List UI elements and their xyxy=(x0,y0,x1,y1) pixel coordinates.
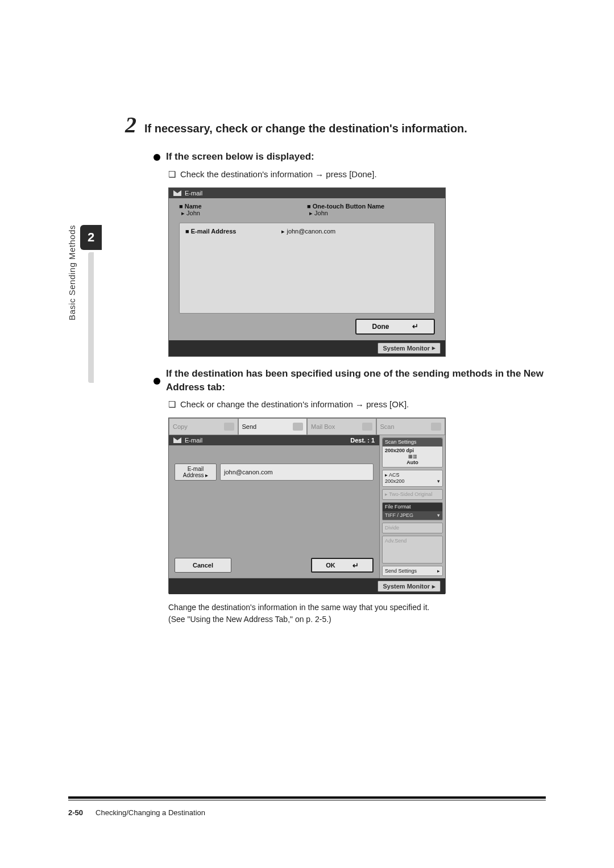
screenshot-send-screen: Copy Send Mail Box Scan E-mail Dest. : 1… xyxy=(168,418,446,594)
scan-settings-sidebar: Scan Settings 200x200 dpi ▦▥ Auto ▸ ACS … xyxy=(379,435,445,578)
divide-button[interactable]: Divide xyxy=(382,523,443,533)
arrow-icon: → xyxy=(355,400,364,410)
bullet-icon xyxy=(154,154,160,161)
adv-send-button[interactable]: Adv.Send xyxy=(382,536,443,563)
scan-settings-box[interactable]: Scan Settings 200x200 dpi ▦▥ Auto xyxy=(382,437,443,468)
file-format-dropdown[interactable]: File Format TIFF / JPEG ▾ xyxy=(382,502,443,521)
email-panel: ■ E-mail Address ▸ john@canon.com xyxy=(179,223,435,314)
mode-icon: ▦▥ xyxy=(385,454,440,460)
case2-instruction: ❏ Check or change the destination's info… xyxy=(168,399,546,410)
ok-label: OK xyxy=(326,562,335,569)
email-address-value: john@canon.com xyxy=(224,469,273,475)
step-text: If necessary, check or change the destin… xyxy=(144,122,467,135)
send-icon xyxy=(293,423,303,431)
footer-rule xyxy=(68,796,546,799)
send-settings-button[interactable]: Send Settings ▸ xyxy=(382,566,443,577)
checkbox-icon: ❏ xyxy=(168,169,176,180)
email-value: john@canon.com xyxy=(287,228,335,235)
email-address-field[interactable]: john@canon.com xyxy=(220,464,374,481)
chapter-label: Basic Sending Methods xyxy=(67,225,77,324)
email-value-prefix: ▸ xyxy=(281,228,285,235)
chevron-icon: ▸ xyxy=(432,583,435,590)
top-tabs: Copy Send Mail Box Scan xyxy=(169,418,445,435)
tab-copy[interactable]: Copy xyxy=(169,418,238,435)
email-icon xyxy=(173,190,181,196)
case1-heading: If the screen below is displayed: xyxy=(154,150,546,164)
step-number: 2 xyxy=(125,114,136,136)
otb-value: John xyxy=(314,210,328,216)
name-label: ■ Name xyxy=(179,203,307,210)
copy-icon xyxy=(224,423,234,431)
name-value-prefix: ▸ xyxy=(181,210,185,216)
note-text: Change the destination's information in … xyxy=(168,602,521,625)
email-label: ■ E-mail Address xyxy=(185,228,236,235)
return-icon: ↵ xyxy=(352,561,359,570)
scan-settings-header: Scan Settings xyxy=(383,438,442,446)
otb-label: ■ One-touch Button Name xyxy=(307,203,435,210)
arrow-icon: → xyxy=(315,170,323,180)
two-sided-button[interactable]: ▸ Two-Sided Original xyxy=(382,489,443,500)
ok-button[interactable]: OK ↵ xyxy=(311,558,374,573)
tab-send[interactable]: Send xyxy=(238,418,308,435)
dropdown-icon: ▾ xyxy=(437,478,440,485)
file-format-header: File Format xyxy=(383,503,442,511)
case2-heading: If the destination has been specified us… xyxy=(154,367,546,394)
cancel-button[interactable]: Cancel xyxy=(175,558,231,573)
bullet-icon xyxy=(154,378,160,385)
email-icon xyxy=(173,437,181,443)
chapter-tab: Basic Sending Methods 2 xyxy=(67,225,102,383)
return-icon: ↵ xyxy=(412,322,418,331)
chevron-icon: ▸ xyxy=(385,472,388,478)
system-monitor-button[interactable]: System Monitor ▸ xyxy=(377,581,441,592)
destination-count: Dest. : 1 xyxy=(350,437,375,444)
case1-text: If the screen below is displayed: xyxy=(166,150,314,164)
tab-scan[interactable]: Scan xyxy=(376,418,446,435)
done-button[interactable]: Done ↵ xyxy=(355,319,435,335)
step-heading: 2 If necessary, check or change the dest… xyxy=(125,114,546,136)
footer-title: Checking/Changing a Destination xyxy=(96,808,205,817)
dialog-titlebar: E-mail Dest. : 1 xyxy=(169,435,379,445)
footer-rule xyxy=(68,800,546,800)
chapter-number: 2 xyxy=(80,225,102,250)
chevron-icon: ▸ xyxy=(385,491,388,497)
email-address-button[interactable]: E-mail Address ▸ xyxy=(175,464,217,481)
dropdown-icon: ▾ xyxy=(437,512,440,519)
system-monitor-button[interactable]: System Monitor ▸ xyxy=(377,343,441,354)
case2-instruction-text: Check or change the destination's inform… xyxy=(180,399,409,409)
cancel-label: Cancel xyxy=(193,562,213,569)
otb-value-prefix: ▸ xyxy=(309,210,313,216)
system-monitor-label: System Monitor xyxy=(383,345,430,352)
page-number: 2-50 xyxy=(68,808,83,817)
page-footer: 2-50 Checking/Changing a Destination xyxy=(68,796,546,817)
case2-text: If the destination has been specified us… xyxy=(166,367,546,394)
chevron-icon: ▸ xyxy=(205,472,208,478)
tab-mailbox[interactable]: Mail Box xyxy=(307,418,376,435)
system-monitor-label: System Monitor xyxy=(383,583,430,590)
resolution-value: 200x200 dpi xyxy=(385,448,440,454)
done-label: Done xyxy=(372,323,389,331)
acs-dropdown[interactable]: ▸ ACS 200x200 ▾ xyxy=(382,470,443,487)
screenshot-email-details: E-mail ■ Name ▸ John ■ One-touch Button … xyxy=(168,187,446,357)
case1-instruction: ❏ Check the destination's information → … xyxy=(168,169,546,180)
name-value: John xyxy=(186,210,200,216)
dialog-title: E-mail xyxy=(185,437,202,444)
chevron-icon: ▸ xyxy=(437,568,440,574)
dialog-titlebar: E-mail xyxy=(169,188,445,198)
mailbox-icon xyxy=(362,423,372,431)
chevron-icon: ▸ xyxy=(432,344,435,352)
dialog-title: E-mail xyxy=(185,190,202,197)
checkbox-icon: ❏ xyxy=(168,399,176,410)
note-line2: (See "Using the New Address Tab," on p. … xyxy=(168,614,521,625)
scan-icon xyxy=(431,423,441,431)
mode-value: Auto xyxy=(385,460,440,466)
note-line1: Change the destination's information in … xyxy=(168,602,521,614)
chapter-strip xyxy=(88,252,94,383)
case1-instruction-text: Check the destination's information → pr… xyxy=(180,169,377,179)
